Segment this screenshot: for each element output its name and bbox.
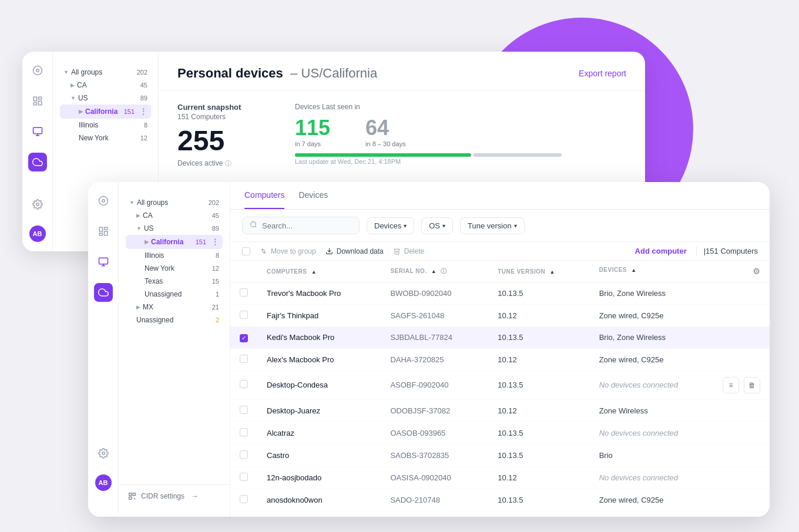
svg-rect-22 — [129, 497, 132, 499]
front-nav-california[interactable]: ▶ California 151 ⋮ — [126, 235, 223, 249]
front-nav-texas[interactable]: Texas 15 — [126, 275, 223, 288]
front-nav-us[interactable]: ▼ US 89 — [126, 222, 223, 235]
front-icon-cloud[interactable] — [94, 283, 113, 302]
devices-cell: Zone Wireless — [590, 399, 770, 422]
delete-button[interactable]: Delete — [393, 247, 425, 255]
front-nav-mx[interactable]: ▶ MX 21 — [126, 301, 223, 314]
tune-version: 10.13.5 — [488, 371, 589, 399]
front-nav-newyork[interactable]: New York 12 — [126, 262, 223, 275]
col-computers[interactable]: COMPUTERS ▲ — [257, 261, 381, 282]
more-icon[interactable]: ⋮ — [211, 237, 219, 247]
table-row[interactable]: Fajr's ThinkpadSAGFS-26104810.12Zone wir… — [230, 305, 770, 327]
table-row[interactable]: CastroSAOBS-370283510.13.5Brio — [230, 444, 770, 466]
svg-rect-20 — [129, 493, 132, 496]
row-checkbox[interactable] — [240, 428, 248, 436]
front-avatar[interactable]: AB — [95, 474, 112, 491]
col-devices[interactable]: DEVICES ▲ ⚙ — [590, 261, 770, 282]
filter-os-button[interactable]: OS ▾ — [421, 217, 453, 234]
more-icon[interactable]: ⋮ — [139, 107, 147, 116]
tab-computers[interactable]: Computers — [244, 182, 284, 209]
back-nav-illinois[interactable]: Illinois 8 — [60, 119, 151, 132]
col-tune[interactable]: TUNE VERSION ▲ — [488, 261, 589, 282]
back-icon-monitor[interactable] — [28, 122, 47, 141]
table-row[interactable]: Desktop-CondesaASOBF-090204010.13.5No de… — [230, 371, 770, 399]
add-computer-button[interactable]: Add computer — [635, 247, 687, 255]
back-avatar[interactable]: AB — [29, 225, 46, 242]
back-nav-allgroups[interactable]: ▼ All groups 202 — [60, 66, 151, 79]
row-checkbox[interactable] — [240, 495, 248, 503]
back-nav-california[interactable]: ▶ California 151 ⋮ — [60, 105, 151, 119]
svg-rect-6 — [33, 127, 42, 134]
snapshot-sub: 151 Computers — [177, 113, 271, 121]
front-icon-book[interactable] — [94, 222, 113, 241]
chevron-icon: ▶ — [145, 239, 149, 245]
front-nav-unassigned1[interactable]: Unassigned 1 — [126, 288, 223, 301]
table-row[interactable]: ✓Kedi's Macbook ProSJBDALBL-7782410.13.5… — [230, 327, 770, 349]
devices-active-label: Devices active ⓘ — [177, 159, 271, 168]
download-data-button[interactable]: Download data — [325, 247, 384, 255]
table-row[interactable]: Desktop-JuarezODOBJSF-3708210.12Zone Wir… — [230, 399, 770, 422]
table-row[interactable]: 12n-aosjbodadoOASISA-090204010.12No devi… — [230, 466, 770, 489]
table-row[interactable]: Trevor's Macbook ProBWOBD-090204010.13.5… — [230, 282, 770, 305]
filter-tune-button[interactable]: Tune version ▾ — [460, 217, 525, 234]
devices-last-seen: Devices Last seen in 115 in 7 days 64 in… — [295, 103, 626, 168]
progress-green — [295, 153, 471, 157]
table-row[interactable]: HoosicBWOBD-090204010.12Zone wired, C925… — [230, 511, 770, 517]
table-settings-icon[interactable]: ⚙ — [753, 267, 761, 276]
devices-cell: No devivces connected — [590, 422, 770, 444]
svg-rect-15 — [99, 233, 102, 235]
front-icon-home[interactable] — [94, 191, 113, 210]
row-checkbox[interactable] — [240, 450, 248, 459]
export-report-button[interactable]: Export report — [579, 69, 626, 78]
delete-row-button[interactable]: 🗑 — [744, 377, 760, 393]
computer-name: Alex's Macbook Pro — [257, 348, 381, 371]
front-nav-ca[interactable]: ▶ CA 45 — [126, 209, 223, 222]
devices-cell: Brio, Zone Wireless — [590, 327, 770, 349]
front-nav-allgroups[interactable]: ▼ All groups 202 — [126, 196, 223, 209]
tab-devices[interactable]: Devices — [298, 182, 328, 209]
back-nav-us[interactable]: ▼ US 89 — [60, 92, 151, 105]
edit-button[interactable]: ≡ — [723, 377, 739, 393]
back-icon-cloud[interactable] — [28, 153, 47, 171]
back-nav-ca[interactable]: ▶ CA 45 — [60, 79, 151, 92]
back-icon-home[interactable] — [28, 61, 47, 80]
table-row[interactable]: AlcatrazOASOB-09396510.13.5No devivces c… — [230, 422, 770, 444]
row-checkbox[interactable] — [240, 311, 248, 319]
filter-tune-label: Tune version — [468, 221, 512, 230]
table-row[interactable]: anosdokno0wonSADO-21074810.13.5Zone wire… — [230, 489, 770, 511]
back-icon-book[interactable] — [28, 92, 47, 110]
front-icon-gear[interactable] — [94, 444, 113, 463]
computer-name: anosdokno0won — [257, 489, 381, 511]
filter-devices-button[interactable]: Devices ▾ — [367, 217, 414, 234]
row-checkbox[interactable] — [240, 380, 248, 388]
search-input[interactable] — [262, 221, 344, 230]
svg-rect-2 — [33, 97, 36, 101]
front-sidebar: ▼ All groups 202 ▶ CA 45 ▼ US 89 ▶ Calif… — [119, 182, 230, 517]
serial-number: SAOBS-3702835 — [381, 444, 488, 466]
front-nav-unassigned2[interactable]: Unassigned 2 — [126, 314, 223, 326]
svg-point-11 — [102, 200, 105, 203]
row-checkbox[interactable] — [240, 406, 248, 414]
table-row[interactable]: Alex's Macbook ProDAHA-372082510.12Zone … — [230, 348, 770, 371]
row-checkbox[interactable] — [240, 473, 248, 481]
back-icon-gear[interactable] — [28, 195, 47, 214]
row-checkbox[interactable]: ✓ — [240, 334, 248, 342]
last-update-text: Last update at Wed, Dec 21, 4:18PM — [295, 158, 626, 165]
serial-info-icon[interactable]: ⓘ — [441, 268, 447, 274]
row-checkbox[interactable] — [240, 355, 248, 363]
green-label: in 7 days — [295, 140, 330, 147]
tune-version: 10.13.5 — [488, 489, 589, 511]
chevron-icon: ▶ — [70, 82, 75, 88]
row-checkbox[interactable] — [240, 288, 248, 297]
computer-name: Desktop-Condesa — [257, 371, 381, 399]
back-nav-newyork[interactable]: New York 12 — [60, 132, 151, 144]
col-serial[interactable]: SERIAL NO. ▲ ⓘ — [381, 261, 488, 282]
svg-rect-4 — [38, 101, 41, 105]
move-to-group-button[interactable]: Move to group — [260, 247, 316, 255]
front-nav-illinois[interactable]: Illinois 8 — [126, 249, 223, 262]
select-all-checkbox[interactable] — [242, 247, 250, 255]
back-page-title: Personal devices — [177, 66, 283, 80]
front-icon-monitor[interactable] — [94, 252, 113, 271]
cidr-settings-button[interactable]: CIDR settings → — [119, 484, 230, 507]
svg-line-25 — [255, 226, 256, 227]
